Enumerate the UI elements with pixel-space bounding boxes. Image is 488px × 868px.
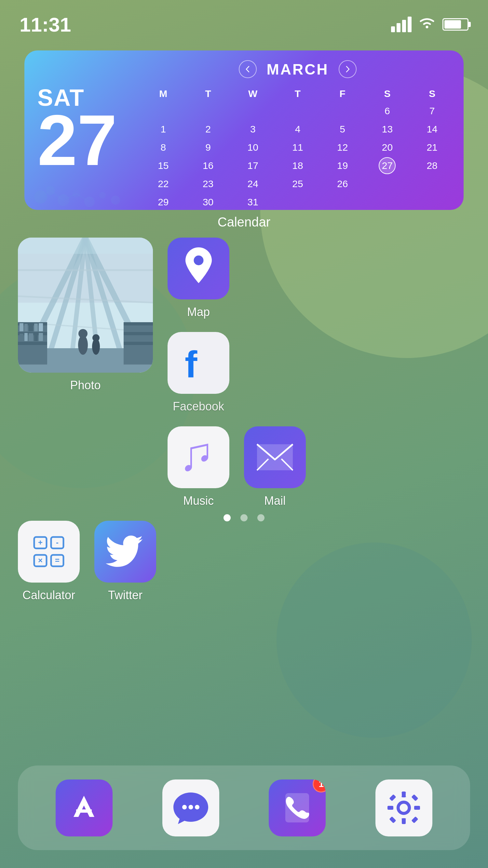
svg-point-63 bbox=[195, 805, 199, 809]
svg-rect-40 bbox=[124, 332, 153, 335]
cal-cell-22[interactable]: 22 bbox=[155, 176, 172, 192]
cal-cell-18[interactable]: 18 bbox=[289, 157, 306, 174]
cal-cell-3[interactable]: 3 bbox=[244, 121, 261, 138]
cal-cell-5[interactable]: 5 bbox=[334, 121, 351, 138]
cal-header-fri: F bbox=[321, 86, 364, 101]
cal-cell-27[interactable]: 27 bbox=[379, 157, 396, 174]
cal-cell-empty-2 bbox=[200, 102, 217, 119]
svg-rect-29 bbox=[24, 324, 28, 331]
svg-rect-36 bbox=[34, 334, 38, 341]
cal-cell-13[interactable]: 13 bbox=[379, 121, 396, 138]
svg-text:=: = bbox=[55, 556, 60, 565]
photo-app-icon bbox=[18, 238, 153, 373]
cal-cell-29[interactable]: 29 bbox=[155, 194, 172, 210]
mail-app[interactable]: Mail bbox=[244, 426, 306, 508]
photo-app[interactable]: Photo bbox=[18, 238, 153, 413]
cal-cell-30[interactable]: 30 bbox=[200, 194, 217, 210]
page-dot-1[interactable] bbox=[224, 514, 231, 521]
messages-dock[interactable] bbox=[162, 779, 219, 836]
cal-cell-empty-5 bbox=[334, 102, 351, 119]
cal-cell-6[interactable]: 6 bbox=[379, 102, 396, 119]
cal-cell-empty-3 bbox=[244, 102, 261, 119]
cal-cell-empty-1 bbox=[155, 102, 172, 119]
app-grid: Photo Map bbox=[18, 238, 470, 615]
cal-cell-19[interactable]: 19 bbox=[334, 157, 351, 174]
svg-point-61 bbox=[182, 805, 187, 809]
cal-cell-9[interactable]: 9 bbox=[200, 139, 217, 156]
calendar-prev-button[interactable] bbox=[239, 60, 257, 78]
map-app[interactable]: Map bbox=[167, 238, 229, 319]
cal-cell-28[interactable]: 28 bbox=[424, 157, 441, 174]
facebook-app[interactable]: f Facebook bbox=[167, 332, 229, 413]
cal-cell-2[interactable]: 2 bbox=[200, 121, 217, 138]
calculator-app-label: Calculator bbox=[23, 588, 75, 602]
cal-cell-12[interactable]: 12 bbox=[334, 139, 351, 156]
cal-cell-21[interactable]: 21 bbox=[424, 139, 441, 156]
svg-rect-70 bbox=[412, 794, 418, 801]
cal-cell-31[interactable]: 31 bbox=[244, 194, 261, 210]
cal-header-sat: S bbox=[366, 86, 409, 101]
calendar-widget-label: Calendar bbox=[0, 215, 488, 229]
cal-cell-11[interactable]: 11 bbox=[289, 139, 306, 156]
facebook-app-label: Facebook bbox=[173, 400, 224, 413]
cal-cell-26[interactable]: 26 bbox=[334, 176, 351, 192]
cal-cell-20[interactable]: 20 bbox=[379, 139, 396, 156]
phone-dock[interactable]: 1 bbox=[269, 779, 326, 836]
col-map-fb: Map f Facebook bbox=[167, 238, 229, 413]
cal-cell-8[interactable]: 8 bbox=[155, 139, 172, 156]
cal-cell-24[interactable]: 24 bbox=[244, 176, 261, 192]
svg-rect-30 bbox=[29, 323, 33, 331]
cal-cell-15[interactable]: 15 bbox=[155, 157, 172, 174]
twitter-app-icon bbox=[94, 521, 156, 583]
svg-rect-66 bbox=[402, 818, 406, 824]
cal-cell-10[interactable]: 10 bbox=[244, 139, 261, 156]
svg-point-73 bbox=[398, 803, 409, 813]
cal-cell-16[interactable]: 16 bbox=[200, 157, 217, 174]
settings-dock-icon bbox=[376, 779, 432, 836]
svg-point-6 bbox=[99, 192, 106, 198]
cal-cell-14[interactable]: 14 bbox=[424, 121, 441, 138]
cal-cell-empty-9 bbox=[334, 194, 351, 210]
map-icon-bg bbox=[167, 238, 229, 300]
cal-cell-7[interactable]: 7 bbox=[424, 102, 441, 119]
calendar-date-display: SAT 27 bbox=[24, 51, 135, 210]
cal-cell-empty-11 bbox=[424, 194, 441, 210]
page-dot-3[interactable] bbox=[257, 514, 264, 521]
page-dots bbox=[0, 514, 488, 521]
svg-rect-46 bbox=[18, 238, 153, 254]
twitter-app[interactable]: Twitter bbox=[94, 521, 156, 602]
svg-rect-72 bbox=[412, 816, 418, 823]
battery-fill bbox=[445, 20, 461, 29]
calc-icon-bg: + - × = bbox=[18, 521, 80, 583]
cal-cell-17[interactable]: 17 bbox=[244, 157, 261, 174]
svg-rect-34 bbox=[24, 333, 28, 341]
calendar-next-button[interactable] bbox=[339, 60, 357, 78]
settings-dock[interactable] bbox=[376, 779, 432, 836]
map-app-icon bbox=[167, 238, 229, 300]
svg-text:×: × bbox=[38, 556, 43, 565]
svg-point-45 bbox=[92, 334, 100, 341]
calculator-app[interactable]: + - × = Calculator bbox=[18, 521, 80, 602]
app-store-dock[interactable] bbox=[56, 779, 112, 836]
calendar-widget[interactable]: SAT 27 MARCH M bbox=[24, 51, 464, 210]
svg-rect-67 bbox=[388, 806, 393, 810]
phone-dock-icon: 1 bbox=[269, 779, 326, 836]
battery-icon bbox=[443, 18, 468, 31]
signal-bar-2 bbox=[397, 23, 400, 32]
cal-cell-1[interactable]: 1 bbox=[155, 121, 172, 138]
messages-bg bbox=[162, 779, 219, 836]
svg-rect-37 bbox=[39, 333, 43, 341]
app-row-3: + - × = Calculator bbox=[18, 521, 470, 602]
signal-bar-3 bbox=[402, 20, 406, 32]
calendar-month-name: MARCH bbox=[266, 61, 329, 78]
calculator-app-icon: + - × = bbox=[18, 521, 80, 583]
music-app[interactable]: Music bbox=[167, 426, 229, 508]
wifi-icon bbox=[418, 15, 436, 34]
music-app-label: Music bbox=[183, 494, 214, 508]
cal-cell-25[interactable]: 25 bbox=[289, 176, 306, 192]
svg-rect-27 bbox=[18, 342, 47, 345]
cal-cell-23[interactable]: 23 bbox=[200, 176, 217, 192]
page-dot-2[interactable] bbox=[240, 514, 248, 521]
cal-cell-4[interactable]: 4 bbox=[289, 121, 306, 138]
svg-point-43 bbox=[78, 329, 88, 338]
